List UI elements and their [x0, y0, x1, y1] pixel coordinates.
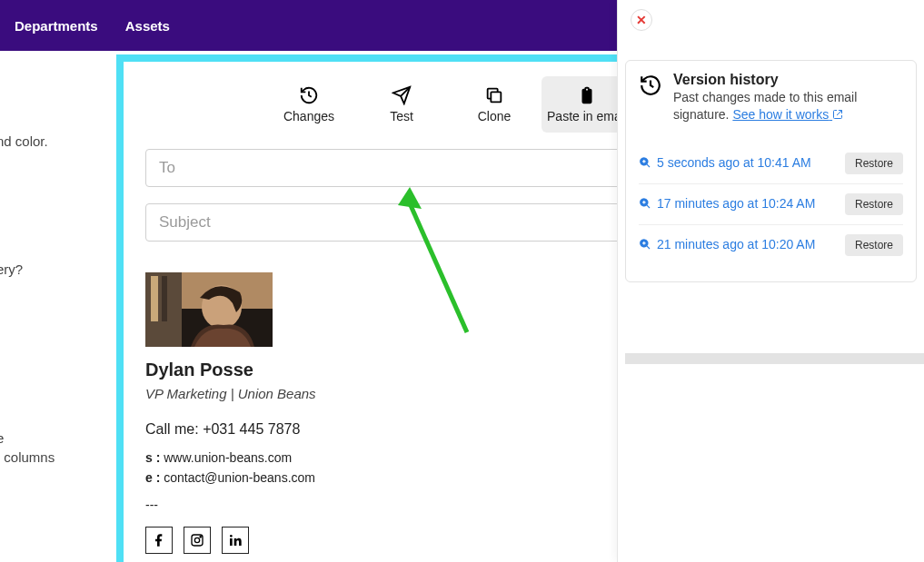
restore-button[interactable]: Restore [845, 234, 903, 256]
svg-point-10 [200, 537, 201, 537]
clone-icon [484, 85, 504, 105]
magnifier-plus-icon [639, 156, 651, 169]
avatar [145, 272, 273, 347]
instagram-icon[interactable] [184, 527, 211, 554]
scrollbar[interactable] [625, 353, 924, 364]
nav-departments[interactable]: Departments [15, 18, 98, 34]
restore-button[interactable]: Restore [845, 153, 903, 174]
history-icon [639, 74, 662, 97]
clipboard-icon [577, 85, 597, 105]
nav-assets[interactable]: Assets [125, 18, 170, 34]
linkedin-icon[interactable] [222, 527, 249, 554]
facebook-icon[interactable] [145, 527, 173, 554]
see-how-link[interactable]: See how it works [732, 107, 843, 122]
version-row: 21 minutes ago at 10:20 AM Restore [639, 225, 903, 265]
version-history-panel: ✕ Version history Past changes made to t… [617, 0, 924, 562]
svg-rect-0 [491, 92, 501, 102]
svg-point-12 [230, 535, 233, 537]
svg-rect-4 [162, 276, 167, 321]
svg-rect-11 [230, 538, 233, 546]
svg-rect-3 [151, 276, 158, 321]
version-row: 17 minutes ago at 10:24 AM Restore [639, 184, 903, 225]
test-button[interactable]: Test [356, 76, 447, 133]
svg-point-9 [194, 537, 199, 542]
magnifier-plus-icon [639, 238, 651, 251]
version-link[interactable]: 21 minutes ago at 10:20 AM [639, 236, 815, 253]
version-list: 5 seconds ago at 10:41 AM Restore 17 min… [639, 143, 903, 265]
panel-title: Version history [673, 72, 903, 88]
external-link-icon [832, 109, 843, 120]
version-row: 5 seconds ago at 10:41 AM Restore [639, 143, 903, 184]
changes-button[interactable]: Changes [263, 76, 354, 133]
version-link[interactable]: 17 minutes ago at 10:24 AM [639, 195, 815, 212]
restore-button[interactable]: Restore [845, 193, 903, 215]
close-icon[interactable]: ✕ [631, 9, 652, 31]
editor-toolbar: Changes Test Clone Paste in email [263, 76, 632, 133]
clone-button[interactable]: Clone [449, 76, 540, 133]
paper-plane-icon [392, 85, 412, 105]
magnifier-plus-icon [639, 197, 651, 210]
history-icon [299, 85, 319, 105]
panel-subtitle: Past changes made to this email signatur… [673, 89, 903, 123]
version-link[interactable]: 5 seconds ago at 10:41 AM [639, 154, 811, 172]
left-truncated-text: nd color. ery? e , columns [0, 132, 55, 470]
